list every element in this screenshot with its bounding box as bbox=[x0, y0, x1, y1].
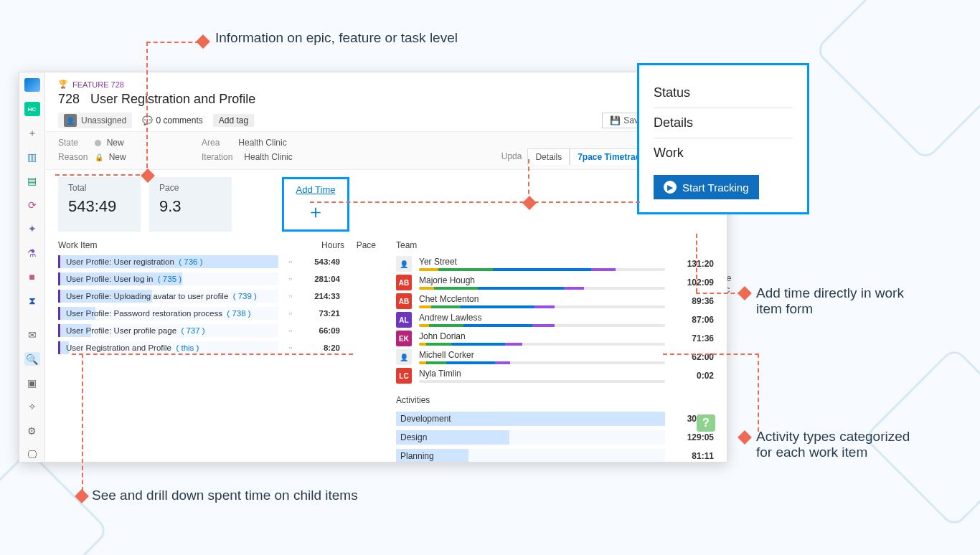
work-item-hours: 8:20 bbox=[303, 343, 340, 352]
activity-row[interactable]: Design 129:05 bbox=[396, 428, 714, 447]
work-item-row[interactable]: User Profile: Uploading avatar to user p… bbox=[58, 288, 376, 305]
annotation-right-2: Activity types categorized for each work… bbox=[756, 429, 928, 460]
work-item-hours: 543:49 bbox=[303, 257, 340, 266]
team-member-name: John Dorian bbox=[419, 331, 665, 341]
team-member-bar bbox=[419, 343, 665, 346]
side-panel-status[interactable]: Status bbox=[654, 78, 793, 108]
nav-artifacts-icon[interactable]: ■ bbox=[24, 270, 40, 284]
play-icon: ▶ bbox=[664, 181, 677, 194]
annotation-top: Information on epic, feature or task lev… bbox=[215, 30, 458, 46]
feature-label: FEATURE 728 bbox=[72, 80, 124, 89]
iteration-label: Iteration bbox=[202, 152, 242, 162]
annotation-connector bbox=[72, 354, 353, 355]
person-icon: 👤 bbox=[64, 114, 77, 127]
add-time-label: Add Time bbox=[296, 184, 336, 195]
team-member-bar bbox=[419, 361, 665, 364]
project-hc-icon[interactable]: HC bbox=[24, 102, 40, 115]
start-tracking-button[interactable]: ▶ Start Tracking bbox=[654, 175, 759, 199]
metric-total: Total 543:49 bbox=[58, 177, 141, 232]
add-tag-button[interactable]: Add tag bbox=[213, 114, 254, 127]
annotation-connector bbox=[146, 42, 148, 175]
start-tracking-label: Start Tracking bbox=[682, 181, 749, 194]
team-member-info: Majorie Hough bbox=[419, 275, 665, 290]
activity-name: Design bbox=[396, 430, 665, 445]
nav-hourglass-icon[interactable]: ⧗ bbox=[24, 294, 40, 308]
work-item-row[interactable]: User Profile: User registration ( 736 ) … bbox=[58, 253, 376, 270]
team-member-bar bbox=[419, 268, 665, 271]
work-item-row[interactable]: User Profile: Password restoration proce… bbox=[58, 305, 376, 322]
bg-diamond bbox=[814, 0, 980, 162]
nav-screen-icon[interactable]: 🖵 bbox=[24, 448, 40, 462]
activities-title: Activities bbox=[396, 395, 430, 405]
annotation-marker bbox=[196, 34, 210, 49]
nav-repos-icon[interactable]: ▤ bbox=[24, 174, 40, 188]
work-item-row[interactable]: User Profile: User profile page ( 737 ) … bbox=[58, 322, 376, 339]
add-time-button[interactable]: Add Time ＋ bbox=[282, 177, 349, 232]
nav-pipelines-icon[interactable]: ⟳ bbox=[24, 198, 40, 212]
side-panel-details[interactable]: Details bbox=[654, 108, 793, 138]
annotation-connector bbox=[758, 354, 759, 432]
nav-add-icon[interactable]: ＋ bbox=[24, 126, 40, 140]
team-member-info: Michell Corker bbox=[419, 350, 665, 364]
side-panel-work[interactable]: Work bbox=[654, 138, 793, 168]
azure-devops-logo-icon[interactable] bbox=[24, 78, 40, 92]
team-member-info: Nyla Timlin bbox=[419, 369, 665, 383]
activity-row[interactable]: Planning 81:11 bbox=[396, 447, 714, 462]
team-member-time: 0:02 bbox=[671, 371, 714, 381]
expand-icon[interactable]: ▫ bbox=[283, 326, 298, 335]
save-icon: 💾 bbox=[610, 115, 621, 125]
expand-icon[interactable]: ▫ bbox=[283, 257, 298, 266]
nav-doc-icon[interactable]: ▣ bbox=[24, 376, 40, 389]
area-value[interactable]: Health Clinic bbox=[238, 138, 286, 148]
team-row[interactable]: AL Andrew Lawless 87:06 bbox=[396, 310, 714, 329]
metric-pace: Pace 9.3 bbox=[149, 177, 232, 232]
assignee-picker[interactable]: 👤 Unassigned bbox=[58, 113, 132, 128]
team-row[interactable]: 👤 Michell Corker 62:00 bbox=[396, 348, 714, 366]
annotation-connector bbox=[82, 354, 83, 491]
expand-icon[interactable]: ▫ bbox=[283, 292, 298, 300]
team-member-time: 89:36 bbox=[671, 296, 714, 306]
hours-header: Hours bbox=[307, 240, 344, 250]
work-item-name: User Profile: User log in ( 735 ) bbox=[58, 272, 278, 285]
annotation-connector bbox=[146, 42, 199, 43]
metric-total-label: Total bbox=[68, 183, 131, 193]
nav-sparkle-icon[interactable]: ✧ bbox=[24, 400, 40, 414]
expand-icon[interactable]: ▫ bbox=[283, 275, 298, 283]
feature-tag: 🏆 FEATURE 728 bbox=[58, 80, 714, 89]
nav-mail-icon[interactable]: ✉ bbox=[24, 328, 40, 341]
activity-rows: Development 308:42 Design 129:05 Plannin… bbox=[396, 409, 714, 462]
state-value[interactable]: New bbox=[107, 138, 124, 148]
work-item-hours: 73:21 bbox=[303, 309, 340, 318]
team-row[interactable]: LC Nyla Timlin 0:02 bbox=[396, 366, 714, 385]
team-member-name: Andrew Lawless bbox=[419, 313, 665, 323]
lock-icon: 🔒 bbox=[95, 153, 103, 161]
nav-flask-icon[interactable]: ⚗ bbox=[24, 246, 40, 260]
team-member-bar bbox=[419, 324, 665, 327]
expand-icon[interactable]: ▫ bbox=[283, 309, 298, 318]
tab-details[interactable]: Details bbox=[527, 148, 570, 165]
team-row[interactable]: AB Chet Mcclenton 89:36 bbox=[396, 292, 714, 310]
nav-test-icon[interactable]: ✦ bbox=[24, 222, 40, 236]
team-row[interactable]: 👤 Yer Street 131:20 bbox=[396, 255, 714, 273]
nav-settings-icon[interactable]: ⚙ bbox=[24, 424, 40, 437]
work-item-row[interactable]: User Profile: User log in ( 735 ) ▫ 281:… bbox=[58, 270, 376, 288]
work-item-name: User Registration and Profile ( this ) bbox=[58, 341, 278, 354]
side-panel: Status Details Work ▶ Start Tracking bbox=[637, 63, 809, 214]
avatar: AB bbox=[396, 293, 412, 309]
work-item-name: User Profile: User profile page ( 737 ) bbox=[58, 324, 278, 337]
avatar: EK bbox=[396, 331, 412, 346]
annotation-connector bbox=[55, 174, 147, 176]
expand-icon[interactable]: ▫ bbox=[283, 343, 298, 352]
activity-row[interactable]: Development 308:42 bbox=[396, 409, 714, 428]
reason-value[interactable]: New bbox=[109, 152, 126, 162]
nav-boards-icon[interactable]: ▥ bbox=[24, 150, 40, 163]
help-badge-icon[interactable]: ? bbox=[697, 414, 715, 432]
iteration-value[interactable]: Health Clinic bbox=[244, 152, 292, 162]
work-item-rows: User Profile: User registration ( 736 ) … bbox=[58, 253, 376, 356]
comments-link[interactable]: 💬 0 comments bbox=[142, 115, 202, 125]
team-row[interactable]: EK John Dorian 71:36 bbox=[396, 329, 714, 348]
reason-label: Reason bbox=[58, 152, 93, 162]
metric-pace-label: Pace bbox=[159, 183, 222, 193]
nav-search-icon[interactable]: 🔍 bbox=[24, 352, 40, 366]
team-row[interactable]: AB Majorie Hough 102:09 bbox=[396, 273, 714, 292]
